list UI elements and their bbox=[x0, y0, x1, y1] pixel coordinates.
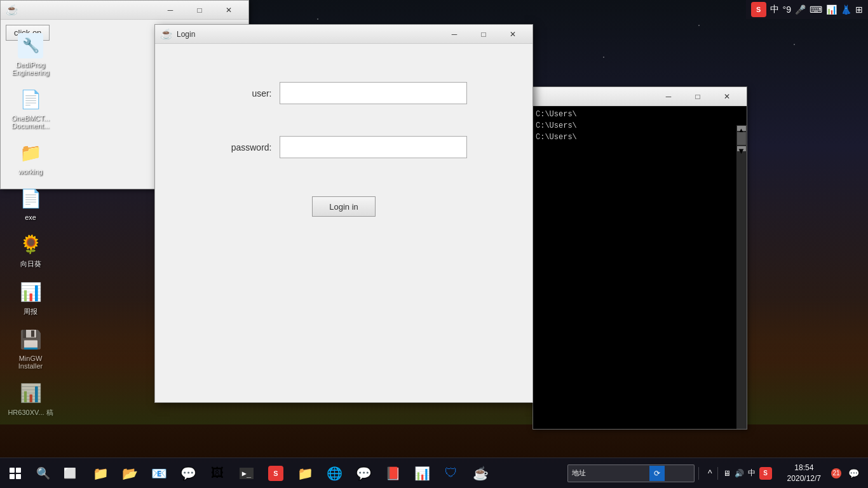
taskbar-outlook[interactable]: 📧 bbox=[145, 459, 173, 487]
task-view-icon: ⬜ bbox=[64, 467, 76, 479]
desktop-icon-sunflower[interactable]: 🌻 向日葵 bbox=[5, 229, 56, 271]
taskbar-address-bar[interactable]: 地址 ⟳ bbox=[567, 464, 695, 482]
skin-icon[interactable]: 👗 bbox=[841, 4, 851, 15]
weekly-icon: 📊 bbox=[18, 279, 43, 304]
taskbar-wechat[interactable]: 💬 bbox=[349, 459, 377, 487]
dediprog-icon: 🔧 bbox=[18, 33, 43, 58]
main-window-maximize[interactable]: □ bbox=[185, 1, 214, 20]
outlook-icon: 📧 bbox=[151, 466, 167, 481]
files3-icon: 📁 bbox=[297, 466, 313, 481]
start-button[interactable] bbox=[0, 458, 31, 489]
cmd-line-1: C:\Users\ bbox=[536, 109, 734, 120]
login-maximize[interactable]: □ bbox=[469, 25, 498, 44]
taskbar-photos[interactable]: 🖼 bbox=[203, 459, 231, 487]
clock-date: 2020/12/7 bbox=[787, 473, 821, 484]
cmd-close[interactable]: ✕ bbox=[712, 87, 742, 106]
taskbar-search-button[interactable]: 🔍 bbox=[31, 458, 56, 489]
cmd-window-controls: ─ □ ✕ bbox=[654, 87, 742, 106]
desktop-icon-exe[interactable]: 📄 exe bbox=[5, 183, 56, 224]
tray-sogou-icon[interactable]: S bbox=[759, 467, 772, 480]
taskbar-shield[interactable]: 🛡 bbox=[437, 459, 465, 487]
onebmct-icon: 📄 bbox=[18, 86, 43, 112]
taskbar: 🔍 ⬜ 📁 📂 📧 💬 🖼 ▶_ bbox=[0, 458, 868, 488]
shield-icon: 🛡 bbox=[445, 466, 458, 480]
grid-icon[interactable]: ⊞ bbox=[855, 4, 863, 15]
cmd-line-3: C:\Users\ bbox=[536, 132, 734, 143]
cmd-content: C:\Users\ C:\Users\ C:\Users\ bbox=[533, 106, 736, 410]
action-center-icon: 💬 bbox=[848, 468, 859, 478]
microphone-icon[interactable]: 🎤 bbox=[795, 4, 806, 15]
tray-separator-2 bbox=[717, 467, 718, 480]
desktop-icon-onebmct[interactable]: 📄 OneBMCT... Document... bbox=[5, 84, 56, 132]
taskbar-excel[interactable]: 📊 bbox=[408, 459, 436, 487]
refresh-icon: ⟳ bbox=[654, 469, 660, 478]
files2-icon: 📂 bbox=[122, 466, 138, 481]
cmd-scrollbar[interactable]: ▲ ▼ bbox=[736, 125, 747, 429]
system-tray-icons: ^ 🖥 🔊 中 S bbox=[703, 467, 777, 480]
stats-icon[interactable]: 📊 bbox=[826, 4, 837, 15]
taskbar-clock[interactable]: 18:54 2020/12/7 bbox=[780, 463, 829, 484]
cmd-titlebar[interactable]: ─ □ ✕ bbox=[533, 87, 747, 106]
keyboard-icon[interactable]: ⌨ bbox=[810, 4, 822, 15]
desktop-icon-mingw[interactable]: 💾 MinGW Installer bbox=[5, 324, 56, 372]
address-go-button[interactable]: ⟳ bbox=[649, 466, 665, 481]
login-button[interactable]: Login in bbox=[312, 196, 376, 217]
ime-punct-icon[interactable]: °9 bbox=[783, 4, 791, 15]
mingw-icon: 💾 bbox=[18, 327, 43, 352]
login-minimize[interactable]: ─ bbox=[440, 25, 469, 44]
tray-lang-label[interactable]: 中 bbox=[748, 468, 756, 478]
pdf-icon: 📕 bbox=[385, 466, 401, 481]
windows-logo-icon bbox=[10, 468, 21, 479]
taskbar-skype[interactable]: 💬 bbox=[174, 459, 202, 487]
login-close[interactable]: ✕ bbox=[498, 25, 527, 44]
exe-icon: 📄 bbox=[18, 186, 43, 211]
main-window-close[interactable]: ✕ bbox=[214, 1, 243, 20]
cmd-scroll-thumb[interactable] bbox=[737, 132, 746, 145]
taskbar-task-view[interactable]: ⬜ bbox=[56, 459, 84, 487]
address-input[interactable] bbox=[586, 470, 649, 477]
taskbar-files2[interactable]: 📂 bbox=[116, 459, 144, 487]
photos-icon: 🖼 bbox=[211, 466, 224, 480]
file-explorer-icon: 📁 bbox=[93, 466, 109, 481]
sunflower-icon: 🌻 bbox=[18, 231, 43, 257]
desktop-icon-working[interactable]: 📁 working bbox=[5, 137, 56, 178]
tray-network-icon[interactable]: 🖥 bbox=[723, 469, 731, 478]
hr630-label: HR630XV... 稿 bbox=[8, 408, 53, 417]
taskbar-file-explorer[interactable]: 📁 bbox=[86, 459, 114, 487]
sogou-tray-icon[interactable]: S bbox=[751, 2, 766, 17]
taskbar-files3[interactable]: 📁 bbox=[291, 459, 319, 487]
main-window-titlebar[interactable]: ☕ ─ □ ✕ bbox=[1, 1, 248, 20]
search-icon: 🔍 bbox=[36, 466, 50, 480]
taskbar-terminal[interactable]: ▶_ bbox=[233, 459, 261, 487]
user-label: user: bbox=[221, 88, 272, 98]
tray-volume-icon[interactable]: 🔊 bbox=[735, 469, 744, 478]
working-icon: 📁 bbox=[18, 140, 43, 165]
chrome-icon: 🌐 bbox=[327, 466, 342, 481]
desktop-icon-dediprog[interactable]: 🔧 DediProg Engineering bbox=[5, 30, 56, 79]
login-title-text: Login bbox=[177, 30, 440, 39]
cmd-scroll-down[interactable]: ▼ bbox=[737, 146, 746, 151]
cmd-minimize[interactable]: ─ bbox=[654, 87, 683, 106]
action-center-button[interactable]: 💬 bbox=[844, 464, 863, 483]
taskbar-chrome[interactable]: 🌐 bbox=[320, 459, 348, 487]
taskbar-right-tray: 地址 ⟳ ^ 🖥 🔊 中 S 18:54 2020/12/7 bbox=[567, 463, 868, 484]
cmd-scroll-up[interactable]: ▲ bbox=[737, 126, 746, 131]
dediprog-label: DediProg Engineering bbox=[8, 61, 53, 76]
main-window-minimize[interactable]: ─ bbox=[156, 1, 185, 20]
taskbar-pdf[interactable]: 📕 bbox=[379, 459, 407, 487]
password-input[interactable] bbox=[280, 136, 467, 158]
hr630-icon: 📊 bbox=[18, 380, 43, 405]
cmd-maximize[interactable]: □ bbox=[683, 87, 712, 106]
desktop-icon-weekly[interactable]: 📊 周报 bbox=[5, 276, 56, 319]
tray-expand-icon[interactable]: ^ bbox=[708, 468, 712, 478]
taskbar-java[interactable]: ☕ bbox=[466, 459, 494, 487]
password-field-row: password: bbox=[221, 136, 467, 158]
taskbar-sogou[interactable]: S bbox=[262, 459, 290, 487]
login-titlebar[interactable]: ☕ Login ─ □ ✕ bbox=[155, 25, 532, 44]
user-input[interactable] bbox=[280, 82, 467, 104]
desktop-icon-hr630[interactable]: 📊 HR630XV... 稿 bbox=[5, 377, 56, 420]
taskbar-app-icons: 📁 📂 📧 💬 🖼 ▶_ S 📁 � bbox=[86, 459, 494, 487]
notification-badge[interactable]: 21 bbox=[831, 468, 841, 478]
cmd-window: ─ □ ✕ C:\Users\ C:\Users\ C:\Users\ ▲ ▼ bbox=[532, 86, 747, 430]
ime-chinese-icon[interactable]: 中 bbox=[770, 4, 779, 15]
